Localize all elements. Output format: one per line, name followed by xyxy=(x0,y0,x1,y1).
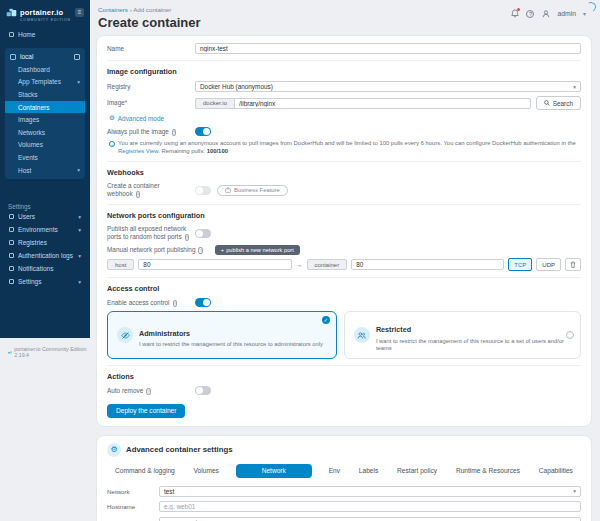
sidebar: portainer.io COMMUNITY EDITION ≡ Home lo… xyxy=(0,0,90,338)
tab-network[interactable]: Network xyxy=(236,464,312,478)
publish-port-button[interactable]: + publish a new network port xyxy=(215,245,300,255)
gear-icon: ⚙ xyxy=(107,443,121,457)
info-circle-icon: i xyxy=(109,141,115,147)
app-logo: portainer.io COMMUNITY EDITION xyxy=(20,8,71,22)
container-addon: container xyxy=(307,259,348,270)
deploy-button[interactable]: Deploy the container xyxy=(107,404,185,418)
sidebar-item-dashboard[interactable]: Dashboard xyxy=(5,63,85,76)
advanced-mode-link[interactable]: ⚙ Advanced mode xyxy=(109,114,581,122)
remaining-pulls: 100/100 xyxy=(207,148,228,154)
create-container-card: Name Image configuration Registry Docker… xyxy=(96,35,592,427)
tab-volumes[interactable]: Volumes xyxy=(192,464,221,477)
tab-env[interactable]: Env xyxy=(327,464,342,477)
sidebar-item-users[interactable]: Users ▾ xyxy=(5,210,85,223)
username[interactable]: admin xyxy=(557,10,576,17)
sidebar-column: portainer.io COMMUNITY EDITION ≡ Home lo… xyxy=(0,0,90,521)
access-options: Administrators I want to restrict the ma… xyxy=(107,311,581,359)
sidebar-collapse-icon[interactable]: ≡ xyxy=(75,8,84,17)
webhooks-heading: Webhooks xyxy=(107,161,581,177)
advanced-settings-title: Advanced container settings xyxy=(126,445,233,454)
sidebar-item-host[interactable]: Host ▾ xyxy=(5,164,85,177)
help-icon[interactable]: ? xyxy=(526,10,534,18)
breadcrumb-containers-link[interactable]: Containers xyxy=(98,6,128,13)
delete-port-button[interactable] xyxy=(565,258,581,271)
portainer-logo-icon xyxy=(6,8,17,19)
domain-name-input[interactable] xyxy=(159,517,581,521)
restricted-option[interactable]: Restricted I want to restrict the manage… xyxy=(344,311,581,359)
sidebar-item-registries[interactable]: Registries xyxy=(5,236,85,249)
host-port-input[interactable] xyxy=(138,259,291,270)
always-pull-toggle[interactable] xyxy=(195,127,211,136)
authentication-logs-icon xyxy=(9,253,14,258)
briefcase-icon xyxy=(225,187,231,193)
users-icon xyxy=(9,214,14,219)
sidebar-item-notifications[interactable]: Notifications xyxy=(5,262,85,275)
auto-remove-toggle[interactable] xyxy=(195,386,211,395)
name-input[interactable] xyxy=(195,43,581,54)
sidebar-footer: portainer.io Community Edition 2.19.4 xyxy=(0,338,90,358)
portainer-footer-logo-icon xyxy=(8,350,12,355)
sidebar-item-home[interactable]: Home xyxy=(5,28,85,41)
tcp-button[interactable]: TCP xyxy=(508,258,532,271)
environments-icon xyxy=(9,227,14,232)
publish-all-toggle[interactable] xyxy=(195,229,211,238)
tab-labels[interactable]: Labels xyxy=(357,464,380,477)
name-label: Name xyxy=(107,45,195,53)
administrators-option[interactable]: Administrators I want to restrict the ma… xyxy=(107,311,337,359)
advanced-mode-icon: ⚙ xyxy=(109,114,115,122)
webhook-toggle xyxy=(195,186,211,195)
network-ports-heading: Network ports configuration xyxy=(107,204,581,220)
restricted-desc: I want to restrict the management of thi… xyxy=(376,338,571,352)
administrators-desc: I want to restrict the management of thi… xyxy=(139,341,323,348)
sidebar-item-containers[interactable]: Containers xyxy=(5,101,85,114)
registry-select[interactable]: Docker Hub (anonymous) ▾ xyxy=(195,81,581,92)
sidebar-item-authentication-logs[interactable]: Authentication logs ▾ xyxy=(5,249,85,262)
webhook-label: Create a container webhook? xyxy=(107,182,195,198)
chevron-down-icon[interactable]: ▾ xyxy=(583,10,586,17)
sidebar-item-networks[interactable]: Networks xyxy=(5,126,85,139)
advanced-settings-card: ⚙ Advanced container settings Command & … xyxy=(96,435,592,521)
eye-off-icon xyxy=(117,327,133,343)
sidebar-item-environments[interactable]: Environments ▾ xyxy=(5,223,85,236)
notifications-icon xyxy=(9,266,14,271)
enable-access-toggle[interactable] xyxy=(195,298,211,307)
image-input[interactable] xyxy=(234,98,531,109)
auto-remove-label: Auto remove? xyxy=(107,387,195,395)
network-select[interactable]: test ▾ xyxy=(159,486,581,497)
tab-restart-policy[interactable]: Restart policy xyxy=(395,464,439,477)
registries-view-link[interactable]: Registries View xyxy=(118,148,158,154)
manual-port-label: Manual network port publishing? xyxy=(107,246,209,254)
enable-access-label: Enable access control? xyxy=(107,299,195,307)
environment-collapse-icon[interactable] xyxy=(74,54,80,60)
tab-runtime-resources[interactable]: Runtime & Resources xyxy=(454,464,522,477)
sidebar-item-settings[interactable]: Settings ▾ xyxy=(5,275,85,288)
sidebar-item-events[interactable]: Events xyxy=(5,151,85,164)
access-control-heading: Access control xyxy=(107,277,581,293)
sidebar-item-volumes[interactable]: Volumes xyxy=(5,139,85,152)
notifications-bell-icon[interactable] xyxy=(510,9,519,18)
radio-unchecked-icon[interactable] xyxy=(566,331,574,339)
environment-selector[interactable]: local xyxy=(5,50,85,63)
info-icon: ? xyxy=(172,129,176,136)
notification-dot xyxy=(517,8,520,11)
image-configuration-heading: Image configuration xyxy=(107,60,581,76)
user-icon[interactable] xyxy=(541,9,550,18)
home-icon xyxy=(9,32,14,37)
tab-capabilities[interactable]: Capabilities xyxy=(537,464,575,477)
always-pull-label: Always pull the image? xyxy=(107,128,195,136)
sidebar-item-app-templates[interactable]: App Templates ▾ xyxy=(5,76,85,89)
hostname-input[interactable] xyxy=(159,501,581,512)
port-mapping-row: host → container TCP UDP xyxy=(107,258,581,271)
search-button[interactable]: Search xyxy=(536,96,581,110)
tab-command-logging[interactable]: Command & logging xyxy=(113,464,177,477)
users-group-icon xyxy=(354,327,370,343)
business-feature-badge: Business Feature xyxy=(217,185,288,196)
sidebar-item-images[interactable]: Images xyxy=(5,113,85,126)
container-port-input[interactable] xyxy=(351,259,504,270)
breadcrumb-current: Add container xyxy=(133,6,171,13)
host-addon: host xyxy=(107,259,134,270)
sidebar-item-stacks[interactable]: Stacks xyxy=(5,88,85,101)
network-label: Network xyxy=(107,488,159,495)
header-icons: ? admin ▾ xyxy=(510,9,586,18)
udp-button[interactable]: UDP xyxy=(536,258,561,271)
